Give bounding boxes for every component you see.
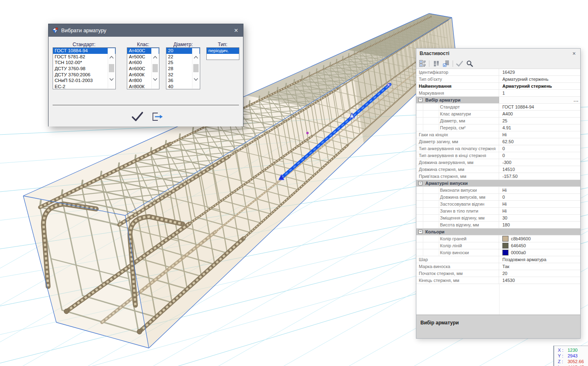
property-value[interactable]: 180 <box>499 222 580 228</box>
property-value[interactable]: -157.50 <box>499 173 580 180</box>
property-value[interactable]: Так <box>499 263 580 270</box>
property-value[interactable]: 1 <box>499 90 580 96</box>
list-scrollbar[interactable] <box>108 48 115 89</box>
standard-option[interactable]: ГОСТ 10884-94 <box>53 48 115 54</box>
coordinate-label: L : <box>558 364 568 366</box>
property-value[interactable]: -300 <box>499 159 580 166</box>
property-label: Довжина анкерування, мм <box>416 159 499 166</box>
column-label-3: Діаметр: <box>173 42 193 47</box>
collapse-box-icon[interactable]: − <box>418 98 422 102</box>
type-option[interactable]: періодич. <box>207 48 239 54</box>
property-value[interactable]: 4.91 <box>499 124 580 131</box>
property-value[interactable]: Ні <box>499 201 580 207</box>
properties-title: Властивості <box>420 51 571 56</box>
property-value[interactable]: 0000a0 <box>499 249 580 256</box>
property-value[interactable]: 0 <box>499 145 580 152</box>
property-row: ШарПоздовжня арматура <box>416 256 580 263</box>
scroll-up-icon[interactable] <box>153 56 157 59</box>
property-value[interactable]: 0 <box>499 152 580 159</box>
standard-option[interactable]: ДСТУ 3760:2006 <box>53 72 115 78</box>
property-value[interactable]: Ні <box>499 187 580 193</box>
toolbar-separator <box>429 60 429 67</box>
collapse-box-icon[interactable]: − <box>418 181 422 185</box>
property-value[interactable]: 30 <box>499 215 580 221</box>
property-description-box: Вибір арматури <box>416 315 580 338</box>
standard-option[interactable]: ГОСТ 5781-82 <box>53 54 115 60</box>
color-swatch[interactable] <box>502 250 508 255</box>
property-label: Висота відгину, мм <box>416 222 499 228</box>
property-label: Тип об'єкту <box>416 76 499 82</box>
diameter-option-list: 20222528323640 <box>166 47 200 89</box>
edit-property-icon[interactable] <box>442 60 450 67</box>
property-value[interactable]: Ні <box>499 131 580 138</box>
property-row: Колір гранейc8b49600 <box>416 235 580 242</box>
color-swatch[interactable] <box>502 243 508 248</box>
property-value[interactable]: 646450 <box>499 242 580 249</box>
property-value[interactable]: 62.50 <box>499 138 580 145</box>
group-value-cell <box>499 228 580 235</box>
coordinate-row: X :1230 <box>558 347 588 353</box>
property-label: Марка-виноска <box>416 263 499 270</box>
sapfir-gem-icon <box>52 27 58 34</box>
property-value[interactable]: A400 <box>499 111 580 117</box>
expand-categories-icon[interactable] <box>419 60 426 67</box>
standard-option[interactable]: ДСТУ 3760-98 <box>53 66 115 72</box>
ok-button[interactable] <box>131 111 144 123</box>
scrollbar-thumb[interactable] <box>109 64 114 73</box>
coordinate-value: 2943 <box>568 353 577 358</box>
property-value[interactable]: 16429 <box>499 69 580 75</box>
dialog-close-icon[interactable]: × <box>232 27 240 34</box>
property-value[interactable]: 0 <box>499 194 580 200</box>
description-title: Вибір арматури <box>420 320 580 326</box>
scroll-up-icon[interactable] <box>109 56 114 59</box>
property-value[interactable]: ГОСТ 10884-94 <box>499 104 580 110</box>
properties-header[interactable]: Властивості × <box>416 49 580 58</box>
scroll-up-icon[interactable] <box>194 56 198 59</box>
coordinate-label: X : <box>558 347 568 353</box>
property-label: Загин в тіло плити <box>416 208 499 214</box>
scrollbar-thumb[interactable] <box>193 64 199 73</box>
scrollbar-thumb[interactable] <box>153 64 158 73</box>
property-value[interactable]: c8b49600 <box>499 235 580 242</box>
collapse-box-icon[interactable]: − <box>418 230 422 234</box>
property-row: НайменуванняАрматурний стержень <box>416 83 580 90</box>
list-scrollbar[interactable] <box>151 48 159 89</box>
property-group-row: −Вибір арматури... <box>416 97 580 104</box>
property-row: Виконати випускиНі <box>416 187 580 194</box>
exit-door-arrow-icon <box>151 112 164 122</box>
property-value[interactable]: 14530 <box>499 277 580 284</box>
scroll-down-icon[interactable] <box>109 78 114 81</box>
dialog-separator <box>53 105 239 105</box>
apply-check-icon[interactable] <box>456 60 463 67</box>
list-scrollbar[interactable] <box>192 48 199 89</box>
coordinate-value: 3052.66 <box>568 359 584 364</box>
color-swatch[interactable] <box>502 236 508 242</box>
group-value-cell <box>499 180 580 186</box>
scroll-down-icon[interactable] <box>194 78 198 81</box>
ellipsis-button[interactable]: ... <box>574 97 579 103</box>
coordinate-row: Z :3052.66 <box>558 359 588 364</box>
coordinates-readout: X :1230Y :2943Z :3052.66L :4415.47 <box>553 346 588 366</box>
exit-button[interactable] <box>151 112 164 123</box>
properties-close-icon[interactable]: × <box>571 50 577 57</box>
standard-option[interactable]: СНиП 52-01-2003 <box>53 78 115 84</box>
property-value[interactable]: Арматурний стержень <box>499 76 580 82</box>
property-group-row: −Кольори <box>416 228 580 235</box>
coordinate-label: Y : <box>558 353 568 359</box>
property-label: Зміщення відгину, мм <box>416 215 499 221</box>
property-row: Зміщення відгину, мм30 <box>416 215 580 222</box>
property-value[interactable]: Ні <box>499 208 580 214</box>
standard-option[interactable]: ЕС-2 <box>53 84 115 89</box>
scroll-down-icon[interactable] <box>153 78 157 81</box>
property-row: Прив'язка стержня, мм-157.50 <box>416 173 580 180</box>
property-value[interactable]: Арматурний стержень <box>499 83 580 89</box>
property-label: Найменування <box>416 83 499 89</box>
property-value[interactable]: 25 <box>499 118 580 124</box>
dialog-titlebar[interactable]: Вибрати арматуру × <box>49 24 243 37</box>
property-value[interactable]: Поздовжня арматура <box>499 256 580 263</box>
standard-option[interactable]: ТСН 102-00* <box>53 60 115 66</box>
property-value[interactable]: 14510 <box>499 166 580 173</box>
search-icon[interactable] <box>466 60 473 67</box>
group-list-icon[interactable] <box>432 60 440 67</box>
property-value[interactable]: 20 <box>499 270 580 277</box>
